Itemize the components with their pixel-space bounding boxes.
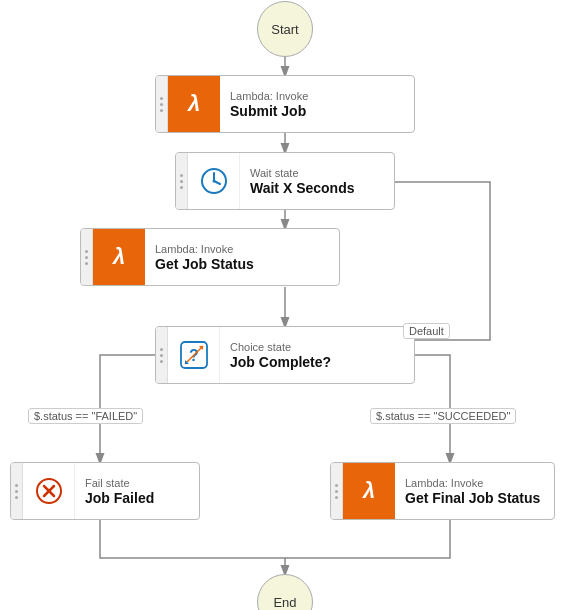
drag-handle-gf (331, 463, 343, 519)
default-label: Default (403, 323, 450, 339)
svg-point-7 (212, 180, 215, 183)
wait-type: Wait state (250, 167, 384, 179)
clock-svg (199, 166, 229, 196)
job-complete-text: Choice state Job Complete? (220, 335, 414, 376)
lambda-icon: λ (168, 76, 220, 132)
job-failed-node[interactable]: Fail state Job Failed (10, 462, 200, 520)
drag-handle-jc (156, 327, 168, 383)
submit-job-text: Lambda: Invoke Submit Job (220, 84, 414, 125)
end-circle: End (257, 574, 313, 610)
get-job-status-text: Lambda: Invoke Get Job Status (145, 237, 339, 278)
gf-name: Get Final Job Status (405, 490, 544, 506)
lambda-icon-gf: λ (343, 463, 395, 519)
choice-svg: ? (177, 338, 211, 372)
start-circle: Start (257, 1, 313, 57)
drag-handle-jf (11, 463, 23, 519)
end-node: End (257, 574, 313, 610)
choice-icon: ? (168, 327, 220, 383)
wait-icon (188, 153, 240, 209)
submit-job-type: Lambda: Invoke (230, 90, 404, 102)
fail-icon (23, 463, 75, 519)
jc-name: Job Complete? (230, 354, 404, 370)
wait-name: Wait X Seconds (250, 180, 384, 196)
fail-svg (34, 476, 64, 506)
jc-type: Choice state (230, 341, 404, 353)
drag-handle-wait (176, 153, 188, 209)
succeeded-label: $.status == "SUCCEEDED" (370, 408, 516, 424)
failed-label: $.status == "FAILED" (28, 408, 143, 424)
job-failed-text: Fail state Job Failed (75, 471, 199, 512)
start-label: Start (271, 22, 298, 37)
submit-job-node[interactable]: λ Lambda: Invoke Submit Job (155, 75, 415, 133)
diagram-container: Start λ Lambda: Invoke Submit Job (0, 0, 570, 610)
start-node: Start (257, 1, 313, 57)
wait-node[interactable]: Wait state Wait X Seconds (175, 152, 395, 210)
get-job-status-node[interactable]: λ Lambda: Invoke Get Job Status (80, 228, 340, 286)
drag-handle (156, 76, 168, 132)
submit-job-name: Submit Job (230, 103, 404, 119)
lambda-icon-gjs: λ (93, 229, 145, 285)
jf-type: Fail state (85, 477, 189, 489)
drag-handle-gjs (81, 229, 93, 285)
gjs-type: Lambda: Invoke (155, 243, 329, 255)
jf-name: Job Failed (85, 490, 189, 506)
gf-type: Lambda: Invoke (405, 477, 544, 489)
gjs-name: Get Job Status (155, 256, 329, 272)
get-final-node[interactable]: λ Lambda: Invoke Get Final Job Status (330, 462, 555, 520)
job-complete-node[interactable]: ? Choice state Job Complete? (155, 326, 415, 384)
get-final-text: Lambda: Invoke Get Final Job Status (395, 471, 554, 512)
end-label: End (273, 595, 296, 610)
wait-text: Wait state Wait X Seconds (240, 161, 394, 202)
